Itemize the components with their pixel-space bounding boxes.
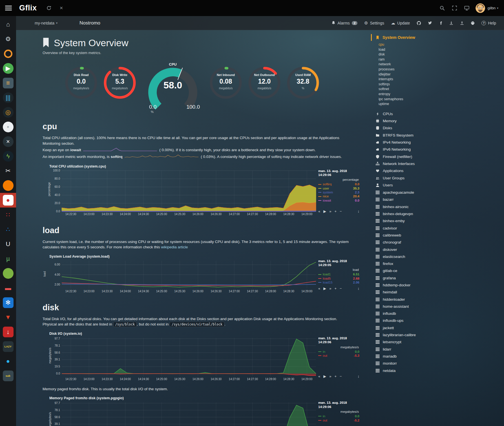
menu-app[interactable]: binhex-airsonic [371,203,442,210]
pan-left-icon[interactable]: « [318,286,320,291]
menu-app[interactable]: hddtemp-docker [371,282,442,289]
menu-app[interactable]: home-assistant [371,303,442,310]
legend-item[interactable]: out -5.2 [318,418,359,422]
menu-subitem[interactable]: idlejitter [379,72,442,77]
server-dropdown[interactable]: my-netdata ▾ [35,21,58,25]
app-sab-icon[interactable]: sab [0,369,16,383]
menu-app[interactable]: bazarr [371,196,442,203]
zoom-in-icon[interactable]: + [334,374,337,378]
help-button[interactable]: ? Help [481,21,496,25]
menu-subitem[interactable]: softnet [379,87,442,92]
legend-item[interactable]: in 0.0 [318,350,359,354]
app-firefox-icon[interactable] [0,178,16,193]
menu-app[interactable]: cadvisor [371,224,442,231]
legend-item[interactable]: out -5.3 [318,354,359,358]
net-inbound-gauge[interactable]: Net Inbound0.08megabits/s [209,66,242,99]
zoom-in-icon[interactable]: + [334,209,337,213]
disk-read-gauge[interactable]: Disk Read0.0megabytes/s [65,66,98,99]
menu-app[interactable]: binhex-emby [371,217,442,224]
app-u-white-icon[interactable]: U [0,237,16,251]
wikipedia-link[interactable]: wikipedia article [161,245,188,249]
app-blue-dots-icon[interactable]: ∴ [0,222,16,237]
legend-item[interactable]: load15 2.06 [318,280,359,284]
menu-app[interactable]: lazylibrarian-calibre [371,331,442,338]
update-button[interactable]: ☁ Update [391,21,410,26]
menu-subitem[interactable]: load [379,47,442,52]
menu-group[interactable]: User Groups [371,174,442,181]
legend-item[interactable]: load5 2.68 [318,276,359,280]
used-ram-gauge[interactable]: Used RAM32.8% [286,66,320,99]
app-container-icon[interactable]: ≡ [0,76,16,90]
app-red-dots-icon[interactable]: ∷ [0,208,16,222]
load-chart[interactable]: load 14:22:3014:23:0014:23:3014:24:0014:… [49,259,359,295]
resize-icon[interactable]: ↕ [358,374,360,378]
legend-item[interactable]: in 0.0 [318,414,359,418]
pan-left-icon[interactable]: « [318,209,320,213]
github-icon[interactable] [417,21,421,25]
legend-item[interactable]: softirq 0.0 [318,182,359,186]
app-orange-ring-icon[interactable] [0,46,16,61]
app-white-circle-icon[interactable]: ◦ [0,120,16,134]
search-icon[interactable] [438,5,446,12]
settings-button[interactable]: ⚙ Settings [364,21,384,26]
menu-app[interactable]: influxdb-ups [371,317,442,324]
facebook-icon[interactable] [439,21,443,25]
menu-group[interactable]: Network Interfaces [371,160,442,167]
play-icon[interactable]: ▶ [323,374,326,378]
legend-item[interactable]: nice 20.4 [318,194,359,198]
menu-subitem[interactable]: disk [379,52,442,57]
play-icon[interactable]: ▶ [323,286,326,291]
menu-subitem[interactable]: softirqs [379,82,442,87]
menu-app[interactable]: letsencrypt [371,338,442,345]
legend-item[interactable]: load1 6.51 [318,272,359,276]
menu-app[interactable]: grafana [371,275,442,282]
menu-subitem[interactable]: uptime [379,102,442,107]
menu-app[interactable]: jackett [371,324,442,331]
menu-subitem[interactable]: processes [379,67,442,72]
menu-app[interactable]: chronograf [371,239,442,246]
menu-subitem[interactable]: cpu [379,42,442,47]
menu-app[interactable]: binhex-delugevpn [371,210,442,217]
menu-group[interactable]: IPv4 Networking [371,139,442,146]
cpu-chart[interactable]: percentage 14:22:3014:23:0014:23:3014:24… [49,169,359,217]
menu-group[interactable]: Applications [371,167,442,174]
download-icon[interactable] [449,21,453,25]
legend-item[interactable]: user 35.3 [318,186,359,190]
app-equalizer-icon[interactable]: ||| [0,90,16,105]
upload-icon[interactable] [460,21,464,25]
legend-item[interactable]: system 2.3 [318,190,359,194]
hamburger-menu-icon[interactable] [5,6,12,10]
legend-item[interactable]: iowait 0.0 [318,198,359,202]
zoom-out-icon[interactable]: − [340,374,342,378]
app-gitlab-icon[interactable]: ▼ [0,310,16,325]
menu-app[interactable]: apacheguacamole [371,189,442,196]
zoom-out-icon[interactable]: − [340,286,342,291]
app-drop-icon[interactable]: ● [0,354,16,369]
menu-subitem[interactable]: ram [379,57,442,62]
app-green-play-icon[interactable]: ▶ [0,61,16,76]
menu-app[interactable]: heimdall [371,289,442,296]
menu-group[interactable]: Disks [371,124,442,131]
app-scissors-icon[interactable]: ✂ [0,164,16,178]
menu-app[interactable]: hiddenloader [371,296,442,303]
menu-group[interactable]: Users [371,182,442,189]
menu-system-overview[interactable]: System Overview [371,34,442,41]
play-icon[interactable]: ▶ [323,209,326,213]
menu-app[interactable]: calibreweb [371,232,442,239]
devices-icon[interactable] [463,5,470,12]
node-name[interactable]: Nostromo [79,20,100,26]
menu-app[interactable]: diskover [371,246,442,253]
net-outbound-gauge[interactable]: Net Outbound12.0megabits/s [248,66,281,99]
close-icon[interactable]: × [58,5,65,12]
app-dark-x-icon[interactable]: × [0,134,16,149]
app-red-download-icon[interactable]: ↓ [0,325,16,339]
resize-icon[interactable]: ↕ [358,209,360,213]
app-active-shield-icon[interactable]: ● [0,193,16,208]
menu-app[interactable]: mariadb [371,353,442,360]
home-icon[interactable]: ⌂ [0,17,16,32]
app-title[interactable]: Gflix [19,4,37,12]
menu-subitem[interactable]: network [379,62,442,67]
menu-app[interactable]: monitorr [371,360,442,367]
app-u-green-icon[interactable]: µ [0,251,16,266]
pan-right-icon[interactable]: » [329,286,331,291]
